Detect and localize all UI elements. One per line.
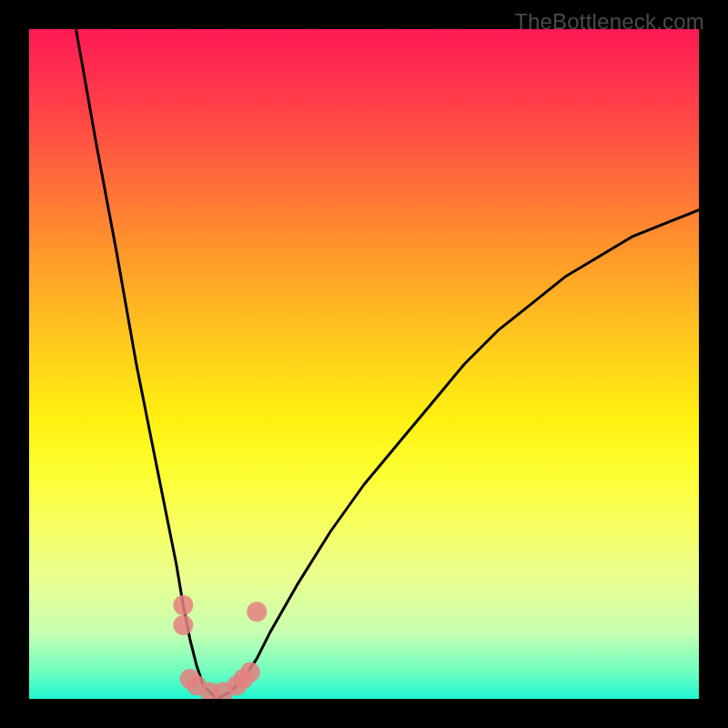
marker-point (247, 602, 267, 622)
chart-frame: TheBottleneck.com (0, 0, 728, 728)
chart-svg (29, 29, 699, 699)
marker-group (173, 595, 267, 699)
marker-point (173, 615, 193, 635)
marker-point (173, 595, 193, 615)
bottleneck-curve-line (76, 29, 700, 699)
marker-point (240, 662, 260, 682)
